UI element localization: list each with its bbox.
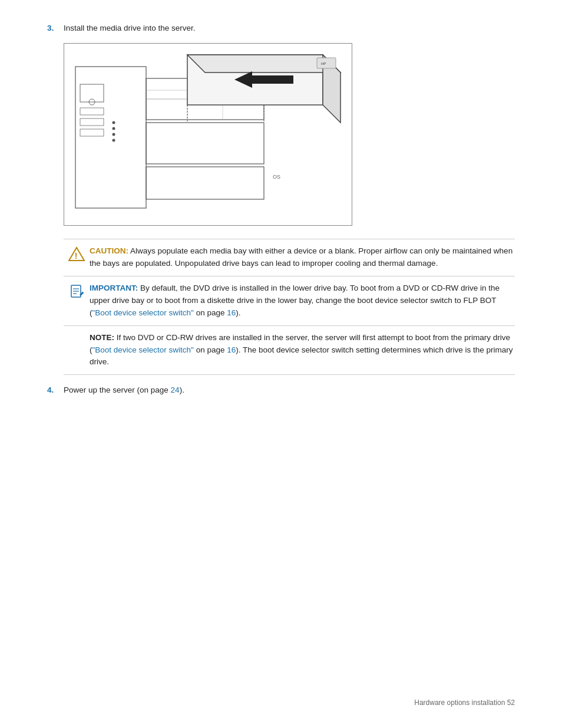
svg-rect-11: [146, 123, 264, 164]
svg-text:OS: OS: [273, 174, 280, 180]
important-link1[interactable]: "Boot device selector switch": [92, 308, 194, 317]
note-text-middle: on page: [194, 345, 227, 354]
page-footer: Hardware options installation 52: [414, 699, 515, 707]
svg-point-9: [113, 139, 115, 142]
note-notice: NOTE: If two DVD or CD-RW drives are ins…: [64, 325, 515, 375]
caution-triangle-icon: !: [68, 246, 85, 262]
svg-point-8: [113, 133, 115, 136]
note-link1[interactable]: "Boot device selector switch": [92, 345, 194, 354]
step-4-number: 4.: [47, 386, 64, 394]
important-icon-container: [64, 282, 90, 300]
important-content: IMPORTANT: By default, the DVD drive is …: [90, 282, 515, 319]
note-content: NOTE: If two DVD or CD-RW drives are ins…: [90, 332, 515, 369]
step-4-text-before: Power up the server (on page: [64, 386, 171, 394]
step-4-text-after: ).: [180, 386, 184, 394]
server-diagram: HP OS: [70, 49, 346, 220]
caution-label: CAUTION:: [90, 246, 128, 255]
svg-text:HP: HP: [321, 62, 326, 65]
important-label: IMPORTANT:: [90, 284, 138, 292]
svg-rect-3: [80, 118, 104, 126]
important-pencil-icon: [68, 284, 85, 300]
caution-notice: ! CAUTION: Always populate each media ba…: [64, 239, 515, 276]
note-label: NOTE:: [90, 333, 114, 342]
svg-text:!: !: [75, 251, 78, 261]
important-link1-page[interactable]: 16: [227, 308, 236, 317]
svg-rect-21: [317, 58, 336, 68]
notices-group: ! CAUTION: Always populate each media ba…: [64, 239, 515, 375]
svg-point-6: [113, 121, 115, 124]
note-link1-page[interactable]: 16: [227, 345, 236, 354]
step-4-link[interactable]: 24: [171, 386, 180, 394]
caution-content: CAUTION: Always populate each media bay …: [90, 245, 515, 270]
svg-rect-0: [75, 67, 146, 208]
important-text-middle: on page: [194, 308, 227, 317]
step-3-text: Install the media drive into the server.: [64, 24, 515, 32]
important-notice: IMPORTANT: By default, the DVD drive is …: [64, 276, 515, 325]
note-icon-container: [64, 332, 90, 333]
diagram-container: HP OS: [64, 43, 352, 226]
step-3-number: 3.: [47, 24, 64, 32]
svg-rect-2: [80, 108, 104, 115]
important-text-after: ).: [236, 308, 240, 317]
page: 3. Install the media drive into the serv…: [0, 0, 562, 440]
step-3-row: 3. Install the media drive into the serv…: [47, 24, 515, 32]
footer-text: Hardware options installation 52: [414, 699, 515, 707]
svg-point-7: [113, 127, 115, 130]
caution-icon-container: !: [64, 245, 90, 262]
svg-rect-12: [146, 167, 264, 199]
caution-text: Always populate each media bay with eith…: [90, 246, 513, 268]
step-4-row: 4. Power up the server (on page 24).: [47, 386, 515, 394]
svg-rect-4: [80, 129, 104, 136]
step-4-text: Power up the server (on page 24).: [64, 386, 515, 394]
